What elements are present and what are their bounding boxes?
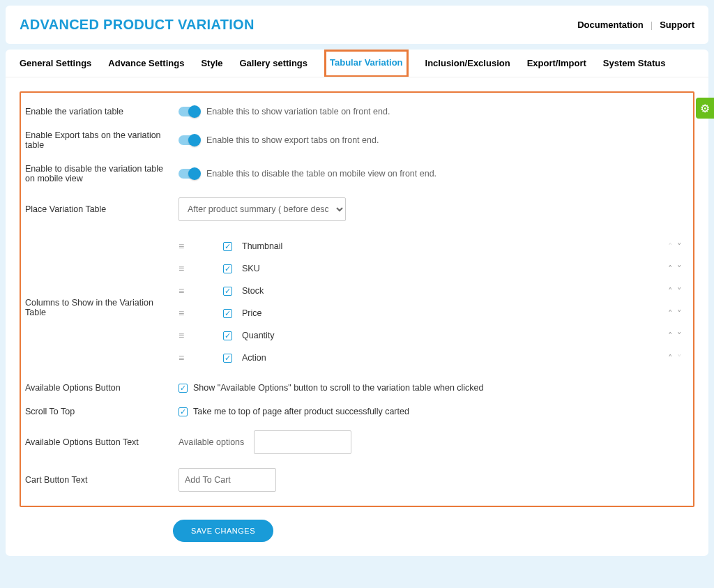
gear-icon[interactable]: ⚙ — [696, 98, 714, 119]
column-name: Thumbnail — [242, 241, 658, 251]
inline-label-available-options: Available options — [178, 437, 244, 447]
checkbox-available-options[interactable] — [178, 384, 188, 393]
move-up-icon: ˄ — [668, 241, 673, 252]
row-enable-export-tabs: Enable Export tabs on the variation tabl… — [25, 123, 686, 157]
settings-card: General Settings Advance Settings Style … — [6, 50, 708, 556]
move-up-icon[interactable]: ˄ — [668, 286, 673, 296]
tab-tabular-variation[interactable]: Tabular Variation — [324, 50, 409, 77]
row-enable-variation-table: Enable the variation table Enable this t… — [25, 100, 686, 123]
desc-enable-table: Enable this to show variation table on f… — [206, 107, 390, 116]
tabular-variation-panel: Enable the variation table Enable this t… — [20, 91, 694, 507]
column-item: ≡Stock˄˅ — [178, 280, 686, 302]
checkbox-column[interactable] — [223, 331, 232, 340]
checkbox-column[interactable] — [223, 354, 232, 363]
save-changes-button[interactable]: SAVE CHANGES — [173, 520, 273, 542]
desc-available-options: Show "Available Options" button to scrol… — [193, 383, 484, 393]
move-down-icon[interactable]: ˅ — [677, 308, 682, 319]
drag-handle-icon[interactable]: ≡ — [178, 330, 185, 341]
column-item: ≡Price˄˅ — [178, 302, 686, 324]
drag-handle-icon[interactable]: ≡ — [178, 285, 185, 296]
row-columns-to-show: Columns to Show in the Variation Table ≡… — [25, 228, 686, 376]
separator: | — [651, 20, 653, 30]
move-down-icon[interactable]: ˅ — [677, 241, 682, 252]
checkbox-column[interactable] — [223, 287, 232, 296]
move-down-icon[interactable]: ˅ — [677, 264, 682, 274]
drag-handle-icon[interactable]: ≡ — [178, 263, 185, 274]
tab-gallery-settings[interactable]: Gallery settings — [239, 50, 307, 77]
column-item: ≡SKU˄˅ — [178, 257, 686, 280]
toggle-enable-export[interactable] — [178, 135, 199, 145]
checkbox-column[interactable] — [223, 242, 232, 251]
row-scroll-to-top: Scroll To Top Take me to top of page aft… — [25, 400, 686, 423]
label-disable-mobile: Enable to disable the variation table on… — [25, 164, 178, 183]
drag-handle-icon[interactable]: ≡ — [178, 352, 185, 363]
move-up-icon[interactable]: ˄ — [668, 308, 673, 319]
column-name: Price — [242, 308, 658, 318]
input-available-options-text[interactable] — [254, 430, 351, 454]
header-links: Documentation | Support — [577, 20, 694, 30]
move-down-icon[interactable]: ˅ — [677, 331, 682, 341]
label-place-table: Place Variation Table — [25, 204, 178, 214]
column-name: Quantity — [242, 331, 658, 340]
desc-enable-export: Enable this to show export tabs on front… — [206, 135, 379, 145]
column-name: Stock — [242, 286, 658, 296]
label-available-text: Available Options Button Text — [25, 437, 178, 447]
desc-scroll-top: Take me to top of page after product suc… — [193, 407, 409, 416]
column-name: Action — [242, 353, 658, 363]
label-cart-text: Cart Button Text — [25, 475, 178, 485]
desc-disable-mobile: Enable this to disable the table on mobi… — [206, 169, 436, 179]
column-item: ≡Thumbnail˄˅ — [178, 235, 686, 257]
toggle-disable-mobile[interactable] — [178, 169, 199, 179]
label-enable-export: Enable Export tabs on the variation tabl… — [25, 130, 178, 150]
app-title: ADVANCED PRODUCT VARIATION — [20, 17, 255, 33]
tab-export-import[interactable]: Export/Import — [527, 50, 586, 77]
move-down-icon[interactable]: ˅ — [677, 286, 682, 296]
support-link[interactable]: Support — [660, 20, 694, 30]
label-enable-table: Enable the variation table — [25, 107, 178, 116]
header-bar: ADVANCED PRODUCT VARIATION Documentation… — [6, 6, 708, 44]
label-scroll-top: Scroll To Top — [25, 407, 178, 416]
column-item: ≡Quantity˄˅ — [178, 324, 686, 347]
drag-handle-icon[interactable]: ≡ — [178, 241, 185, 252]
toggle-enable-table[interactable] — [178, 107, 199, 116]
row-disable-mobile: Enable to disable the variation table on… — [25, 157, 686, 190]
checkbox-column[interactable] — [223, 309, 232, 318]
tab-general-settings[interactable]: General Settings — [20, 50, 91, 77]
tab-inclusion-exclusion[interactable]: Inclusion/Exclusion — [425, 50, 510, 77]
row-place-variation-table: Place Variation Table After product summ… — [25, 190, 686, 228]
select-place-table[interactable]: After product summary ( before descripti… — [178, 197, 346, 221]
tab-system-status[interactable]: System Status — [603, 50, 666, 77]
column-name: SKU — [242, 264, 658, 273]
tab-advance-settings[interactable]: Advance Settings — [108, 50, 184, 77]
tab-style[interactable]: Style — [201, 50, 222, 77]
documentation-link[interactable]: Documentation — [577, 20, 644, 30]
move-up-icon[interactable]: ˄ — [668, 331, 673, 341]
row-cart-button-text: Cart Button Text — [25, 461, 686, 499]
input-cart-button-text[interactable] — [178, 468, 276, 492]
columns-list: ≡Thumbnail˄˅≡SKU˄˅≡Stock˄˅≡Price˄˅≡Quant… — [178, 235, 686, 369]
move-down-icon: ˅ — [677, 353, 682, 363]
tab-bar: General Settings Advance Settings Style … — [6, 50, 708, 77]
row-available-options-text: Available Options Button Text Available … — [25, 423, 686, 461]
drag-handle-icon[interactable]: ≡ — [178, 308, 185, 319]
checkbox-scroll-top[interactable] — [178, 407, 188, 416]
label-columns: Columns to Show in the Variation Table — [25, 235, 178, 317]
row-available-options-button: Available Options Button Show "Available… — [25, 376, 686, 400]
checkbox-column[interactable] — [223, 264, 232, 273]
move-up-icon[interactable]: ˄ — [668, 264, 673, 274]
label-available-btn: Available Options Button — [25, 383, 178, 393]
move-up-icon[interactable]: ˄ — [668, 353, 673, 363]
column-item: ≡Action˄˅ — [178, 347, 686, 369]
